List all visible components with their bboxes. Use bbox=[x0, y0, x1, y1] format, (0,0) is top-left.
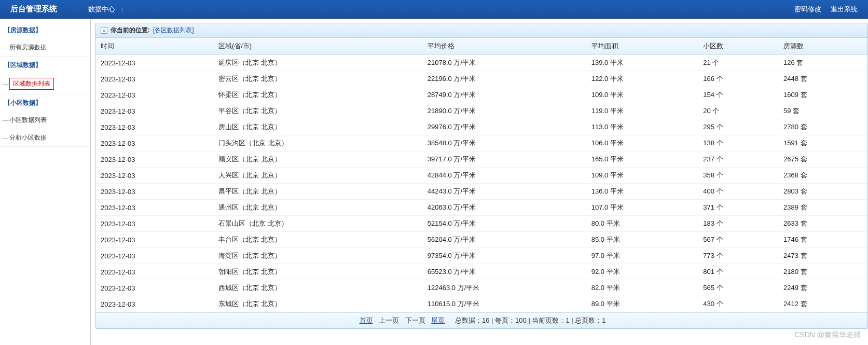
table-cell: 138 个 bbox=[698, 135, 778, 151]
topbar: 后台管理系统 数据中心 | 密码修改 退出系统 bbox=[0, 0, 868, 19]
table-row: 2023-12-03朝阳区（北京 北京）65523.0 万/平米92.0 平米8… bbox=[95, 264, 867, 280]
table-header: 时间 bbox=[95, 38, 213, 55]
table-cell: 139.0 平米 bbox=[586, 55, 698, 71]
table-cell: 42844.0 万/平米 bbox=[422, 168, 586, 184]
table-cell: 65523.0 万/平米 bbox=[422, 264, 586, 280]
table-cell: 39717.0 万/平米 bbox=[422, 151, 586, 168]
table-cell: 2023-12-03 bbox=[95, 119, 213, 135]
table-cell: 房山区（北京 北京） bbox=[213, 119, 422, 135]
pager-last[interactable]: 尾页 bbox=[431, 316, 445, 324]
table-cell: 183 个 bbox=[698, 216, 778, 232]
table-cell: 2023-12-03 bbox=[95, 232, 213, 248]
table-cell: 2023-12-03 bbox=[95, 135, 213, 151]
sidebar-item-label: 区域数据列表 bbox=[9, 78, 54, 90]
table-cell: 21890.0 万/平米 bbox=[422, 103, 586, 119]
sidebar-item-label: 分析小区数据 bbox=[9, 133, 47, 142]
table-cell: 28749.0 万/平米 bbox=[422, 87, 586, 103]
table-row: 2023-12-03西城区（北京 北京）122463.0 万/平米82.0 平米… bbox=[95, 280, 867, 296]
table-cell: 52154.0 万/平米 bbox=[422, 216, 586, 232]
table-cell: 大兴区（北京 北京） bbox=[213, 168, 422, 184]
table-cell: 92.0 平米 bbox=[586, 264, 698, 280]
table-row: 2023-12-03顺义区（北京 北京）39717.0 万/平米165.0 平米… bbox=[95, 151, 867, 168]
content-box: ≡ 你当前的位置: [各区数据列表] 时间区域(省/市)平均价格平均面积小区数房… bbox=[95, 23, 868, 329]
main-content: ≡ 你当前的位置: [各区数据列表] 时间区域(省/市)平均价格平均面积小区数房… bbox=[91, 19, 868, 345]
dash-icon: ---- bbox=[2, 134, 8, 142]
table-cell: 295 个 bbox=[698, 119, 778, 135]
table-cell: 237 个 bbox=[698, 151, 778, 168]
table-cell: 126 套 bbox=[778, 55, 867, 71]
sidebar-item[interactable]: ----所有房源数据 bbox=[0, 39, 90, 57]
menu-data-center[interactable]: 数据中心 bbox=[88, 5, 115, 13]
pager-prev[interactable]: 上一页 bbox=[379, 316, 399, 324]
link-change-password[interactable]: 密码修改 bbox=[794, 5, 821, 14]
table-cell: 106.0 平米 bbox=[586, 135, 698, 151]
table-cell: 89.0 平米 bbox=[586, 296, 698, 312]
table-cell: 2023-12-03 bbox=[95, 55, 213, 71]
sidebar-item-label: 所有房源数据 bbox=[9, 43, 47, 52]
topbar-menu: 数据中心 | bbox=[88, 5, 127, 14]
table-cell: 昌平区（北京 北京） bbox=[213, 184, 422, 200]
table-cell: 2675 套 bbox=[778, 151, 867, 168]
sidebar-group-title: 【房源数据】 bbox=[0, 22, 90, 39]
table-cell: 80.0 平米 bbox=[586, 216, 698, 232]
table-cell: 109.0 平米 bbox=[586, 168, 698, 184]
table-cell: 122463.0 万/平米 bbox=[422, 280, 586, 296]
table-cell: 2412 套 bbox=[778, 296, 867, 312]
table-cell: 113.0 平米 bbox=[586, 119, 698, 135]
table-cell: 朝阳区（北京 北京） bbox=[213, 264, 422, 280]
dash-icon: ---- bbox=[2, 44, 8, 51]
menu-separator: | bbox=[121, 5, 123, 13]
table-cell: 石景山区（北京 北京） bbox=[213, 216, 422, 232]
table-cell: 密云区（北京 北京） bbox=[213, 71, 422, 87]
table-cell: 2249 套 bbox=[778, 280, 867, 296]
table-header: 区域(省/市) bbox=[213, 38, 422, 55]
table-cell: 2023-12-03 bbox=[95, 71, 213, 87]
table-cell: 2389 套 bbox=[778, 200, 867, 216]
table-row: 2023-12-03密云区（北京 北京）22196.0 万/平米122.0 平米… bbox=[95, 71, 867, 87]
table-cell: 400 个 bbox=[698, 184, 778, 200]
sidebar-item[interactable]: ----区域数据列表 bbox=[0, 74, 90, 94]
table-cell: 2023-12-03 bbox=[95, 200, 213, 216]
table-cell: 丰台区（北京 北京） bbox=[213, 232, 422, 248]
table-row: 2023-12-03东城区（北京 北京）110615.0 万/平米89.0 平米… bbox=[95, 296, 867, 312]
table-cell: 20 个 bbox=[698, 103, 778, 119]
table-cell: 2023-12-03 bbox=[95, 151, 213, 168]
table-cell: 97354.0 万/平米 bbox=[422, 248, 586, 264]
breadcrumb-path: [各区数据列表] bbox=[153, 26, 194, 35]
breadcrumb: ≡ 你当前的位置: [各区数据列表] bbox=[95, 23, 867, 38]
table-header: 平均价格 bbox=[422, 38, 586, 55]
table-cell: 165.0 平米 bbox=[586, 151, 698, 168]
pager-next[interactable]: 下一页 bbox=[405, 316, 425, 324]
table-cell: 38548.0 万/平米 bbox=[422, 135, 586, 151]
table-cell: 2023-12-03 bbox=[95, 184, 213, 200]
table-cell: 2180 套 bbox=[778, 264, 867, 280]
table-cell: 773 个 bbox=[698, 248, 778, 264]
pager-first[interactable]: 首页 bbox=[360, 316, 373, 324]
table-cell: 顺义区（北京 北京） bbox=[213, 151, 422, 168]
table-cell: 2368 套 bbox=[778, 168, 867, 184]
table-cell: 565 个 bbox=[698, 280, 778, 296]
sidebar-item-label: 小区数据列表 bbox=[9, 116, 47, 125]
table-cell: 29976.0 万/平米 bbox=[422, 119, 586, 135]
sidebar-group-title: 【小区数据】 bbox=[0, 94, 90, 112]
table-cell: 109.0 平米 bbox=[586, 87, 698, 103]
sidebar-item[interactable]: ----小区数据列表 bbox=[0, 112, 90, 129]
table-cell: 怀柔区（北京 北京） bbox=[213, 87, 422, 103]
table-row: 2023-12-03昌平区（北京 北京）44243.0 万/平米136.0 平米… bbox=[95, 184, 867, 200]
table-cell: 430 个 bbox=[698, 296, 778, 312]
table-cell: 西城区（北京 北京） bbox=[213, 280, 422, 296]
breadcrumb-label: 你当前的位置: bbox=[111, 26, 150, 35]
data-table: 时间区域(省/市)平均价格平均面积小区数房源数 2023-12-03延庆区（北京… bbox=[95, 38, 867, 312]
table-cell: 2023-12-03 bbox=[95, 248, 213, 264]
table-cell: 136.0 平米 bbox=[586, 184, 698, 200]
table-cell: 42063.0 万/平米 bbox=[422, 200, 586, 216]
table-cell: 21 个 bbox=[698, 55, 778, 71]
table-row: 2023-12-03平谷区（北京 北京）21890.0 万/平米119.0 平米… bbox=[95, 103, 867, 119]
table-cell: 2023-12-03 bbox=[95, 296, 213, 312]
sidebar-item[interactable]: ----分析小区数据 bbox=[0, 129, 90, 147]
table-cell: 44243.0 万/平米 bbox=[422, 184, 586, 200]
table-row: 2023-12-03海淀区（北京 北京）97354.0 万/平米97.0 平米7… bbox=[95, 248, 867, 264]
table-cell: 2803 套 bbox=[778, 184, 867, 200]
link-logout[interactable]: 退出系统 bbox=[831, 5, 858, 14]
table-cell: 1746 套 bbox=[778, 232, 867, 248]
